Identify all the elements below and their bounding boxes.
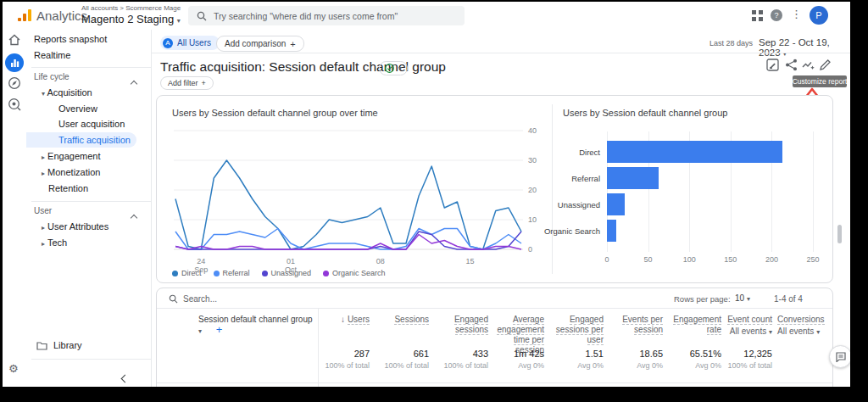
insights-icon[interactable] — [802, 59, 815, 71]
rows-per-page-label: Rows per page: — [674, 294, 731, 304]
nav-traffic-acquisition[interactable]: Traffic acquisition — [58, 135, 131, 145]
bar-category-label: Organic Search — [532, 226, 600, 236]
explore-icon[interactable] — [8, 76, 21, 90]
pagination-status: 1-4 of 4 — [774, 294, 803, 304]
line-chart[interactable] — [174, 126, 523, 254]
bar-organic-search[interactable] — [607, 220, 616, 242]
legend-dot-icon — [172, 271, 178, 276]
nav-monetization[interactable]: ▸ Monetization — [42, 167, 100, 177]
apps-grid-icon[interactable] — [752, 10, 763, 21]
reports-nav: Reports snapshot Realtime Life cycle ▾ A… — [26, 30, 151, 387]
bar-category-label: Unassigned — [532, 200, 600, 209]
data-quality-chip[interactable]: ▾ — [379, 61, 408, 75]
table-header-row: Session default channel group ▾ + ↓ User… — [157, 308, 833, 349]
chevron-down-icon: ▾ — [747, 295, 750, 303]
help-icon[interactable]: ? — [771, 9, 782, 21]
event-count-filter[interactable]: All events ▾ — [721, 327, 772, 338]
y-tick-label: 30 — [528, 156, 547, 165]
advertising-icon[interactable] — [8, 98, 21, 111]
audience-chip-all-users[interactable]: A All Users — [160, 36, 220, 50]
legend-dot-icon — [214, 271, 220, 276]
customize-report-tooltip: Customize report — [793, 75, 847, 87]
legend-item-organic-search[interactable]: Organic Search — [323, 269, 386, 277]
x-tick-label: 24Sep — [190, 257, 212, 274]
report-main: A All Users Add comparison+ Last 28 days… — [152, 30, 850, 387]
bar-x-tick-label: 0 — [596, 255, 618, 264]
add-filter-button[interactable]: Add filter+ — [160, 76, 214, 90]
plus-icon: + — [202, 79, 206, 87]
data-table-card: Search... Rows per page: 10 ▾ 1-4 of 4 S… — [156, 288, 833, 387]
more-vertical-icon[interactable]: ⋮ — [791, 8, 802, 20]
collapse-up-icon[interactable] — [131, 209, 136, 224]
chevron-down-icon: ▾ — [177, 17, 181, 25]
reports-icon[interactable] — [5, 53, 24, 72]
nav-library[interactable]: Library — [36, 340, 82, 350]
legend-item-referral[interactable]: Referral — [214, 269, 250, 277]
nav-engagement[interactable]: ▸ Engagement — [42, 151, 100, 161]
totals-engagement-rate: 65.51%Avg 0% — [663, 349, 721, 382]
search-placeholder: Try searching "where did my users come f… — [214, 11, 398, 21]
nav-overview[interactable]: Overview — [58, 103, 97, 114]
bar-x-tick-label: 100 — [678, 255, 700, 264]
row-channel: 1 Direct — [157, 382, 318, 387]
totals-event-count: 12,325100% of total — [721, 349, 772, 382]
edit-comparisons-icon[interactable] — [766, 59, 779, 71]
nav-user-acquisition[interactable]: User acquisition — [58, 119, 125, 129]
nav-section-user[interactable]: User — [34, 206, 52, 215]
bar-direct[interactable] — [607, 141, 782, 163]
table-row[interactable]: 1 Direct 213 478 330 1m 50s 1.55 20.04 6… — [157, 382, 833, 387]
conversions-filter[interactable]: All events ▾ — [777, 327, 833, 338]
add-comparison-button[interactable]: Add comparison+ — [216, 36, 304, 52]
rows-per-page-select[interactable]: 10 ▾ — [735, 293, 750, 303]
check-circle-icon — [385, 64, 394, 73]
nav-retention[interactable]: Retention — [48, 183, 88, 193]
breadcrumb[interactable]: All accounts > Scommerce Mage — [81, 4, 181, 12]
sort-desc-icon: ↓ — [341, 315, 345, 324]
charts-card: Users by Session default channel group o… — [156, 95, 833, 283]
scrollbar-thumb[interactable] — [837, 225, 842, 243]
bar-unassigned[interactable] — [607, 193, 625, 215]
collapse-up-icon[interactable] — [131, 75, 136, 90]
x-tick-label: 01Oct — [280, 257, 302, 274]
bar-x-tick-label: 50 — [637, 255, 659, 264]
legend-dot-icon — [323, 271, 329, 276]
x-tick-label: 08 — [370, 257, 392, 265]
totals-sessions: 661100% of total — [370, 349, 429, 382]
table-search-input[interactable]: Search... — [183, 294, 217, 304]
series-direct[interactable] — [175, 160, 521, 249]
totals-engaged-per-user: 1.51Avg 0% — [544, 349, 604, 382]
search-input[interactable]: Try searching "where did my users come f… — [188, 6, 465, 25]
nav-tech[interactable]: ▸ Tech — [42, 237, 67, 248]
chevron-down-icon: ▾ — [398, 64, 402, 72]
bar-category-label: Direct — [532, 148, 600, 157]
bar-chart-title: Users by Session default channel group — [563, 108, 727, 118]
chevron-down-icon: ▾ — [783, 50, 787, 58]
customize-report-pencil-icon[interactable] — [819, 59, 832, 71]
bar-x-tick-label: 150 — [720, 255, 742, 264]
y-tick-label: 10 — [528, 215, 547, 224]
audience-badge: A — [163, 38, 173, 48]
series-referral[interactable] — [175, 229, 521, 250]
nav-section-lifecycle[interactable]: Life cycle — [34, 72, 70, 81]
avatar[interactable]: P — [810, 6, 828, 25]
settings-gear-icon[interactable]: ⚙ — [8, 362, 19, 375]
feedback-icon — [836, 352, 846, 362]
nav-user-attributes[interactable]: ▸ User Attributes — [42, 221, 108, 232]
collapse-nav-icon[interactable] — [122, 370, 128, 385]
date-preset-label: Last 28 days — [709, 39, 753, 47]
feedback-button[interactable] — [829, 345, 850, 368]
nav-acquisition[interactable]: ▾ Acquisition — [42, 87, 92, 98]
top-app-bar: Analytics All accounts > Scommerce Mage … — [3, 2, 850, 31]
date-range-selector[interactable]: Sep 22 - Oct 19, 2023 ▾ — [759, 37, 850, 58]
home-icon[interactable] — [8, 33, 21, 47]
nav-realtime[interactable]: Realtime — [34, 50, 70, 60]
property-selector[interactable]: Magento 2 Staging ▾ — [81, 13, 181, 25]
nav-reports-snapshot[interactable]: Reports snapshot — [34, 34, 107, 44]
share-icon[interactable] — [785, 59, 798, 71]
bar-referral[interactable] — [607, 167, 659, 189]
charts-divider — [552, 104, 553, 274]
totals-engaged-sessions: 433100% of total — [429, 349, 488, 382]
add-dimension-icon[interactable]: + — [216, 323, 223, 336]
product-name[interactable]: Analytics — [36, 8, 87, 23]
legend-dot-icon — [262, 271, 268, 276]
